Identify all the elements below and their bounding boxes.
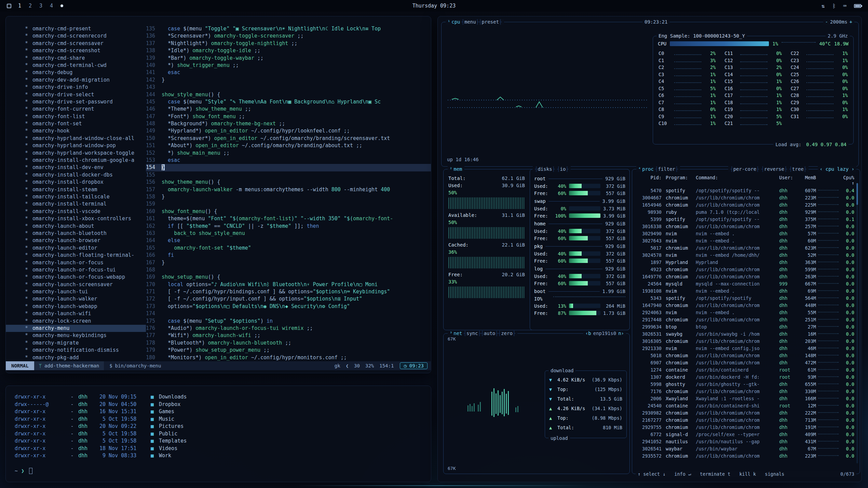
process-row[interactable]: 24564mysqldmysqld --max-connection999667… — [632, 280, 860, 288]
code-buffer[interactable]: 135 case $(menu "Toggle" "▣ Screensaver\… — [146, 25, 431, 361]
bluetooth-icon[interactable]: ᛒ — [832, 3, 836, 9]
proc-tree-button[interactable]: ┤tree├ — [789, 166, 806, 172]
process-row[interactable]: 5018chromium/usr/lib/chromium/chromdhh14… — [632, 352, 860, 359]
interval-minus-button[interactable]: - — [825, 19, 828, 25]
workspace-3[interactable]: 3 — [39, 3, 42, 9]
tree-item[interactable]: *omarchy-notification-dismiss — [6, 347, 146, 354]
col-command[interactable]: Command: — [696, 175, 779, 186]
code-line[interactable]: 144show_style_menu() { — [146, 91, 431, 98]
tree-item[interactable]: *omarchy-debug — [6, 69, 146, 76]
process-row[interactable]: 1649776chromium/usr/lib/chromium/chromdh… — [632, 273, 860, 280]
code-line[interactable]: 177 *Wifi*) omarchy-launch-wifi ;; — [146, 332, 431, 339]
tree-item[interactable]: *omarchy-install-terminal — [6, 200, 146, 208]
process-row[interactable]: 6772signal-d/proc/self/exe --type=rdhh40… — [632, 431, 860, 438]
code-line[interactable]: 135 case $(menu "Toggle" "▣ Screensaver\… — [146, 25, 431, 32]
process-row[interactable]: 3016305chromium/usr/lib/chromium/chromdh… — [632, 338, 860, 345]
tree-item[interactable]: *omarchy-hyprland-window-pop — [6, 142, 146, 149]
col-pid[interactable]: Pid: — [638, 175, 662, 186]
tree-item[interactable]: *omarchy-font-set — [6, 120, 146, 127]
tree-item[interactable]: *omarchy-cmd-screensaver — [6, 40, 146, 47]
proc-reverse-button[interactable]: ┤reverse├ — [761, 166, 787, 172]
tree-item[interactable]: *omarchy-hyprland-workspace-toggle — [6, 150, 146, 157]
code-line[interactable]: 163 back_to show_style_menu — [146, 230, 431, 237]
code-line[interactable]: 168 — [146, 266, 431, 274]
process-row[interactable]: 3004667chromium/usr/lib/chromium/chromdh… — [632, 194, 860, 201]
process-row[interactable]: 2924063nvimnvim --embed .dhh55M0.0 — [632, 309, 860, 316]
code-line[interactable]: 162 if [[ "$theme" == "CNCLD" || -z "$th… — [146, 223, 431, 230]
code-line[interactable]: 180 *Monitors*) open_in_editor ~/.config… — [146, 354, 431, 361]
process-row[interactable]: 3027643nvimnvim --embed .dhh60M0.0 — [632, 237, 860, 245]
tree-item[interactable]: *omarchy-launch-walker — [6, 295, 146, 303]
code-line[interactable]: 155 — [146, 171, 431, 179]
tree-item[interactable]: *omarchy-launch-bluetooth — [6, 230, 146, 237]
code-line[interactable]: 143 — [146, 84, 431, 91]
tree-item[interactable]: *omarchy-install-docker-dbs — [6, 171, 146, 179]
iface-prev-button[interactable]: ‹b — [585, 331, 591, 336]
process-row[interactable]: 5017chromium/usr/lib/chromium/chromdhh62… — [632, 245, 860, 252]
tree-item[interactable]: *omarchy-launch-or-focus — [6, 259, 146, 266]
code-line[interactable]: 147 *Font*) show_font_menu ;; — [146, 113, 431, 120]
process-row[interactable]: 2929755chromium/usr/lib/chromium/chromdh… — [632, 424, 860, 431]
process-row[interactable]: 5399spotify/opt/spotify/spotify --dhh375… — [632, 216, 860, 223]
col-program[interactable]: Program: — [662, 175, 696, 186]
tree-item[interactable]: *omarchy-drive-select — [6, 91, 146, 98]
process-row[interactable]: 2935572chromium/usr/lib/chromium/chromdh… — [632, 452, 860, 460]
workspace-1[interactable]: 1 — [18, 3, 21, 9]
proc-sort-control[interactable]: ‹ cpu lazy › — [818, 166, 856, 172]
code-line[interactable]: 157 omarchy-launch-walker -m menus:omarc… — [146, 186, 431, 193]
code-line[interactable]: 175 case $(menu "Setup" "$options") in — [146, 318, 431, 325]
omarchy-logo-icon[interactable] — [7, 4, 11, 8]
code-line[interactable]: 140 *) show_trigger_menu ;; — [146, 62, 431, 69]
col-cpu[interactable]: Cpu% ↑ — [841, 175, 854, 186]
code-line[interactable]: 169show_setup_menu() { — [146, 274, 431, 281]
net-auto-button[interactable]: ┤auto├ — [481, 331, 498, 336]
battery-icon[interactable] — [854, 4, 861, 8]
workspace-4[interactable]: 4 — [50, 3, 53, 9]
code-line[interactable]: 137 *Nightlight*) omarchy-toggle-nightli… — [146, 40, 431, 47]
tree-item[interactable]: *omarchy-font-current — [6, 106, 146, 113]
tree-item[interactable]: *omarchy-install-chromium-google-a — [6, 157, 146, 164]
net-sync-button[interactable]: ┤sync├ — [464, 331, 481, 336]
code-line[interactable]: 167} — [146, 259, 431, 266]
code-line[interactable]: 150 *Screensaver*) open_in_editor ~/.con… — [146, 135, 431, 142]
code-line[interactable]: 179 *Power*) show_setup_power_menu ;; — [146, 347, 431, 354]
process-row[interactable]: 5470spotify/opt/spotify/spotify --dhh607… — [632, 187, 860, 194]
code-line[interactable]: 176 *Audio*) omarchy-launch-or-focus-tui… — [146, 325, 431, 332]
code-line[interactable]: 149 *Hyprland*) open_in_editor ~/.config… — [146, 127, 431, 135]
tree-item[interactable]: *omarchy-launch-tui — [6, 288, 146, 295]
process-row[interactable]: 1654946chromium/usr/lib/chromium/chromdh… — [632, 201, 860, 209]
code-line[interactable]: 172 [ -f ~/.config/hypr/input.conf ] && … — [146, 295, 431, 303]
process-row[interactable]: 24540containe/usr/bin/containerd-shiroot… — [632, 402, 860, 409]
code-line[interactable]: 146 *Theme*) show_theme_menu ;; — [146, 106, 431, 113]
cpu-preset-button[interactable]: ┤preset├ — [479, 19, 502, 25]
code-line[interactable]: 154} — [146, 164, 431, 171]
process-row[interactable]: 2917448chromium/usr/lib/chromium/chromdh… — [632, 316, 860, 323]
process-row[interactable]: 1307dockerd/usr/bin/dockerd -H fd:root93… — [632, 374, 860, 381]
process-row[interactable]: 6907chromium/usr/lib/chromium/chromdhh47… — [632, 359, 860, 366]
workspace-2[interactable]: 2 — [29, 3, 32, 9]
code-line[interactable]: 174 — [146, 310, 431, 317]
io-tab[interactable]: ┤io├ — [557, 166, 569, 172]
process-row[interactable]: 2941052nautilus/usr/bin/nautilus --gapdh… — [632, 438, 860, 445]
tree-item[interactable]: *omarchy-cmd-screenrecord — [6, 32, 146, 40]
tree-item[interactable]: *omarchy-lock-screen — [6, 318, 146, 325]
info-button[interactable]: info ↵ — [674, 471, 691, 477]
process-row[interactable]: 2006XwaylandXwayland :1 -rootless -dhh16… — [632, 395, 860, 402]
process-row[interactable]: 2930982chromium/usr/lib/chromium/chromdh… — [632, 409, 860, 417]
tree-item[interactable]: *omarchy-drive-info — [6, 84, 146, 91]
process-row[interactable]: 3026541waybar/usr/bin/waybardhh67M0.0 — [632, 445, 860, 452]
code-line[interactable]: 165 omarchy-font-set "$theme" — [146, 245, 431, 252]
tree-item[interactable]: *omarchy-cmd-terminal-cwd — [6, 62, 146, 69]
col-user[interactable]: User: — [779, 175, 797, 186]
code-line[interactable]: 141 esac — [146, 69, 431, 76]
code-line[interactable]: 138 *Idle*) omarchy-toggle-idle ;; — [146, 47, 431, 54]
tree-item[interactable]: *omarchy-launch-wifi — [6, 310, 146, 317]
tree-item[interactable]: *omarchy-cmd-present — [6, 25, 146, 32]
code-line[interactable]: 139 *Bar*) omarchy-toggle-waybar ;; — [146, 55, 431, 62]
disks-tab[interactable]: ┤disks├ — [535, 166, 555, 172]
kill-button[interactable]: kill k — [739, 471, 756, 477]
code-line[interactable]: 152 *) show_main_menu ;; — [146, 150, 431, 157]
tree-item[interactable]: *omarchy-pkg-add — [6, 354, 146, 361]
process-row[interactable]: 5998ghostty/usr/bin/ghostty --gtk-dhh655… — [632, 381, 860, 388]
network-icon[interactable]: ⇅ — [822, 3, 825, 9]
